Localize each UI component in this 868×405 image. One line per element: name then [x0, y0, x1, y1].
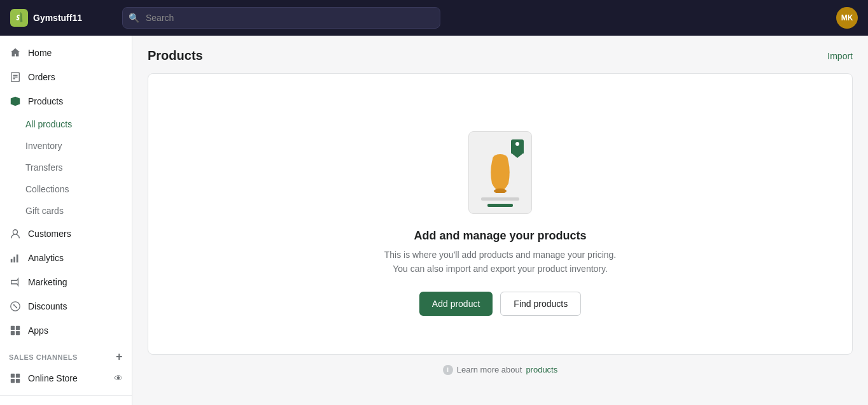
- illus-line-1: [481, 197, 519, 201]
- eye-icon[interactable]: 👁: [114, 373, 123, 383]
- illus-line-2: [487, 204, 513, 207]
- add-product-button[interactable]: Add product: [419, 292, 493, 316]
- online-store-icon: [9, 372, 22, 385]
- svg-point-22: [494, 188, 507, 193]
- empty-state-description: This is where you'll add products and ma…: [379, 248, 621, 276]
- avatar[interactable]: MK: [836, 7, 858, 29]
- sidebar-item-home-label: Home: [28, 48, 52, 58]
- sidebar-item-marketing[interactable]: Marketing: [0, 270, 132, 294]
- search-container: 🔍: [122, 7, 440, 29]
- online-store-label: Online Store: [28, 373, 78, 383]
- svg-rect-17: [16, 374, 20, 378]
- svg-rect-6: [13, 257, 15, 262]
- find-products-button[interactable]: Find products: [500, 292, 581, 316]
- sidebar-bottom: Settings: [0, 395, 132, 405]
- sidebar-item-orders-label: Orders: [28, 72, 55, 82]
- analytics-icon: [9, 252, 22, 264]
- svg-point-11: [16, 307, 17, 308]
- orders-icon: [9, 71, 22, 83]
- sidebar-item-discounts[interactable]: Discounts: [0, 294, 132, 318]
- page-header: Products Import: [148, 48, 853, 63]
- sidebar-item-all-products[interactable]: All products: [0, 113, 132, 135]
- sidebar-item-transfers-label: Transfers: [25, 162, 63, 173]
- sidebar: Home Orders Products All products: [0, 36, 132, 405]
- sidebar-item-products[interactable]: Products: [0, 89, 132, 113]
- add-sales-channel-button[interactable]: +: [116, 350, 123, 364]
- shopify-logo: [10, 9, 28, 27]
- info-icon: i: [443, 365, 453, 375]
- sidebar-item-transfers[interactable]: Transfers: [0, 157, 132, 178]
- sidebar-nav: Home Orders Products All products: [0, 36, 132, 395]
- empty-state-card: Add and manage your products This is whe…: [148, 73, 853, 355]
- sidebar-item-gift-cards-label: Gift cards: [25, 206, 64, 216]
- sidebar-item-apps[interactable]: Apps: [0, 318, 132, 343]
- empty-state-title: Add and manage your products: [414, 229, 586, 243]
- sales-channels-label: SALES CHANNELS: [9, 353, 78, 361]
- sidebar-item-products-label: Products: [28, 96, 63, 106]
- sidebar-item-marketing-label: Marketing: [28, 277, 67, 287]
- sidebar-item-collections[interactable]: Collections: [0, 178, 132, 200]
- svg-rect-7: [17, 255, 18, 263]
- svg-rect-16: [11, 374, 15, 378]
- sales-channels-header: SALES CHANNELS +: [0, 343, 132, 366]
- main-content: Products Import: [132, 36, 868, 405]
- illus-card-bg: [468, 131, 532, 214]
- brand: Gymstuff11: [10, 9, 112, 27]
- search-icon: 🔍: [129, 13, 139, 23]
- svg-rect-15: [16, 331, 20, 335]
- products-icon: [9, 95, 22, 108]
- page-title: Products: [148, 48, 203, 63]
- svg-rect-13: [16, 326, 20, 330]
- learn-more-link[interactable]: products: [526, 365, 557, 374]
- import-button[interactable]: Import: [827, 51, 853, 61]
- sidebar-item-inventory-label: Inventory: [25, 141, 62, 151]
- svg-rect-12: [11, 326, 15, 330]
- product-illustration: [459, 112, 542, 214]
- brand-name: Gymstuff11: [33, 13, 82, 23]
- search-input[interactable]: [122, 7, 440, 29]
- sidebar-item-settings[interactable]: Settings: [0, 401, 132, 405]
- marketing-icon: [9, 276, 22, 288]
- learn-more-section: i Learn more about products: [148, 365, 853, 375]
- svg-rect-18: [11, 379, 15, 383]
- apps-icon: [9, 324, 22, 337]
- svg-rect-19: [16, 379, 20, 383]
- main-layout: Home Orders Products All products: [0, 36, 868, 405]
- empty-state-actions: Add product Find products: [419, 292, 581, 316]
- customers-icon: [9, 227, 22, 240]
- sidebar-item-inventory[interactable]: Inventory: [0, 135, 132, 157]
- sidebar-item-gift-cards[interactable]: Gift cards: [0, 200, 132, 222]
- sidebar-item-discounts-label: Discounts: [28, 301, 67, 311]
- sidebar-item-analytics[interactable]: Analytics: [0, 246, 132, 270]
- discounts-icon: [9, 300, 22, 313]
- svg-rect-14: [11, 331, 15, 335]
- svg-point-4: [13, 230, 17, 234]
- sidebar-item-collections-label: Collections: [25, 184, 69, 194]
- sidebar-item-customers[interactable]: Customers: [0, 222, 132, 246]
- sidebar-item-orders[interactable]: Orders: [0, 65, 132, 89]
- svg-rect-5: [11, 259, 13, 262]
- sidebar-item-customers-label: Customers: [28, 229, 71, 239]
- svg-point-10: [13, 304, 15, 306]
- home-icon: [9, 46, 22, 59]
- sidebar-item-apps-label: Apps: [28, 325, 48, 336]
- sidebar-item-online-store[interactable]: Online Store 👁: [0, 366, 132, 390]
- sidebar-item-analytics-label: Analytics: [28, 253, 64, 263]
- learn-more-text: Learn more about: [457, 365, 522, 374]
- sidebar-item-home[interactable]: Home: [0, 41, 132, 65]
- topbar: Gymstuff11 🔍 MK: [0, 0, 868, 36]
- sidebar-item-all-products-label: All products: [25, 119, 72, 129]
